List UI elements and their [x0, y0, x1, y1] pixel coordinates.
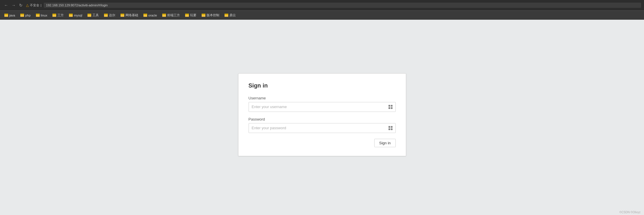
url-text: 192.168.150.129:8072/activiti-admin/#/lo… [46, 3, 108, 7]
bookmark-linux[interactable]: linux [34, 13, 50, 18]
bookmark-label-qianduansanfang: 前端三方 [167, 13, 180, 17]
bookmarks-bar: java php linux 三方 mysql 工具 达尔 网络基础 oracl… [0, 10, 644, 20]
bookmark-label-java: java [9, 14, 15, 17]
bookmark-banben[interactable]: 版本控制 [200, 12, 221, 18]
bookmark-oracle[interactable]: oracle [141, 13, 159, 18]
username-label: Username [249, 96, 396, 100]
folder-icon-qianduansanfang [162, 14, 166, 17]
folder-icon-sanfang [52, 14, 56, 17]
footer: ©CSDN ©Olivyz [0, 209, 644, 215]
bookmark-wangluojichu[interactable]: 网络基础 [118, 12, 140, 18]
reload-button[interactable]: ↻ [18, 3, 24, 8]
signin-button[interactable]: Sign in [374, 139, 396, 147]
password-input-wrapper [249, 123, 396, 133]
bookmark-mysql[interactable]: mysql [67, 13, 84, 18]
security-warning: △ 不安全 | [26, 3, 41, 8]
back-button[interactable]: ← [3, 3, 9, 8]
bookmark-daer[interactable]: 达尔 [102, 12, 117, 18]
bookmark-label-wanju: 玩要 [190, 13, 196, 17]
signin-btn-row: Sign in [249, 139, 396, 147]
folder-icon-mysql [69, 14, 73, 17]
address-bar[interactable]: 192.168.150.129:8072/activiti-admin/#/lo… [44, 3, 641, 8]
bookmark-label-linux: linux [41, 14, 48, 17]
folder-icon-linux [36, 14, 40, 17]
bookmark-java[interactable]: java [2, 13, 17, 18]
signin-title: Sign in [249, 82, 396, 89]
folder-icon-banben [202, 14, 205, 17]
folder-icon-gongju [87, 14, 91, 17]
folder-icon-java [4, 14, 8, 17]
bookmark-sanfang[interactable]: 三方 [50, 12, 66, 18]
bookmark-label-gongju: 工具 [92, 13, 99, 17]
security-text: 不安全 [30, 3, 39, 8]
password-input[interactable] [249, 123, 396, 133]
folder-icon-php [20, 14, 24, 17]
folder-icon-diangyun [225, 14, 228, 17]
folder-icon-daer [104, 14, 108, 17]
bookmark-wanju[interactable]: 玩要 [183, 12, 198, 18]
bookmark-diangyun[interactable]: 鼎云 [222, 12, 238, 18]
folder-icon-wanju [185, 14, 189, 17]
signin-card: Sign in Username Password [238, 73, 406, 156]
folder-icon-oracle [143, 14, 147, 17]
password-label: Password [249, 117, 396, 121]
bookmark-php[interactable]: php [18, 13, 32, 18]
nav-buttons: ← → ↻ [3, 3, 24, 8]
bookmark-label-banben: 版本控制 [207, 13, 219, 17]
username-input-wrapper [249, 102, 396, 112]
bookmark-label-php: php [25, 14, 30, 17]
warning-icon: △ [26, 3, 29, 7]
bookmark-label-diangyun: 鼎云 [229, 13, 236, 17]
bookmark-label-sanfang: 三方 [57, 13, 64, 17]
separator: | [41, 3, 41, 7]
username-input[interactable] [249, 102, 396, 112]
bookmark-label-oracle: oracle [148, 14, 157, 17]
forward-button[interactable]: → [10, 3, 17, 8]
bookmark-label-mysql: mysql [74, 14, 82, 17]
bookmark-gongju[interactable]: 工具 [85, 12, 101, 18]
bookmark-label-wangluojichu: 网络基础 [125, 13, 138, 17]
username-group: Username [249, 96, 396, 112]
footer-text: ©CSDN ©Olivyz [619, 211, 641, 214]
browser-bar: ← → ↻ △ 不安全 | 192.168.150.129:8072/activ… [0, 0, 644, 10]
bookmark-label-daer: 达尔 [109, 13, 115, 17]
main-content: Sign in Username Password [0, 20, 644, 209]
password-group: Password [249, 117, 396, 133]
bookmark-qianduansanfang[interactable]: 前端三方 [160, 12, 182, 18]
folder-icon-wangluojichu [121, 14, 124, 17]
